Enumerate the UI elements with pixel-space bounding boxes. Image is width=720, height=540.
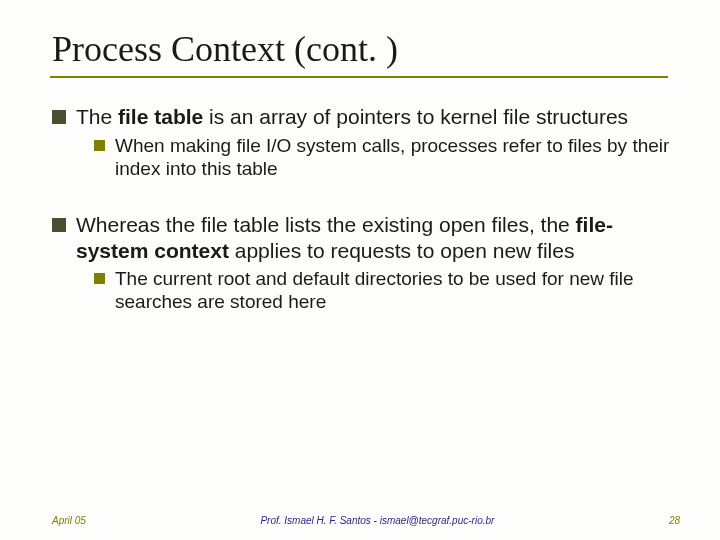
bullet-text: When making file I/O system calls, proce… bbox=[115, 134, 672, 180]
spacer bbox=[52, 184, 672, 212]
bullet-level2: When making file I/O system calls, proce… bbox=[94, 134, 672, 180]
text-segment: Whereas the file table lists the existin… bbox=[76, 213, 576, 236]
text-bold: file table bbox=[118, 105, 203, 128]
bullet-text: The current root and default directories… bbox=[115, 267, 672, 313]
title-underline bbox=[50, 76, 668, 78]
bullet-level1: The file table is an array of pointers t… bbox=[52, 104, 672, 130]
bullet-level1: Whereas the file table lists the existin… bbox=[52, 212, 672, 263]
slide: Process Context (cont. ) The file table … bbox=[0, 0, 720, 540]
bullet-level2: The current root and default directories… bbox=[94, 267, 672, 313]
square-bullet-icon bbox=[52, 110, 66, 124]
footer-page-number: 28 bbox=[669, 515, 680, 526]
text-segment: applies to requests to open new files bbox=[229, 239, 575, 262]
text-segment: is an array of pointers to kernel file s… bbox=[203, 105, 628, 128]
square-bullet-icon bbox=[52, 218, 66, 232]
square-bullet-icon bbox=[94, 273, 105, 284]
slide-footer: April 05 Prof. Ismael H. F. Santos - ism… bbox=[0, 515, 720, 526]
slide-content: The file table is an array of pointers t… bbox=[48, 104, 672, 314]
footer-date: April 05 bbox=[52, 515, 86, 526]
bullet-text: The file table is an array of pointers t… bbox=[76, 104, 672, 130]
square-bullet-icon bbox=[94, 140, 105, 151]
bullet-text: Whereas the file table lists the existin… bbox=[76, 212, 672, 263]
text-segment: The bbox=[76, 105, 118, 128]
slide-title: Process Context (cont. ) bbox=[48, 28, 672, 70]
footer-author: Prof. Ismael H. F. Santos - ismael@tecgr… bbox=[86, 515, 669, 526]
